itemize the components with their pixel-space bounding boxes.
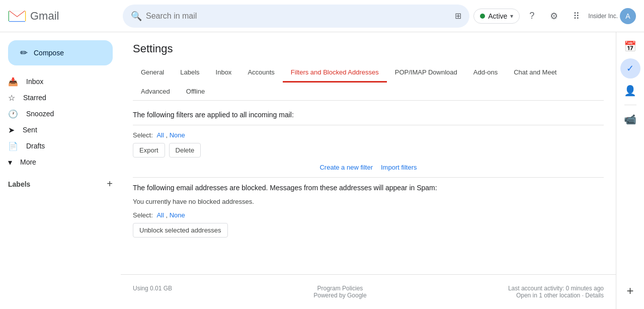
blocked-select-all-link[interactable]: All (156, 211, 164, 219)
sidebar-item-snoozed[interactable]: 🕐 Snoozed (0, 106, 121, 122)
delete-button[interactable]: Delete (169, 143, 201, 158)
footer-right: Last account activity: 0 minutes ago Ope… (508, 285, 604, 299)
active-dot (480, 14, 485, 19)
right-sidebar-tasks[interactable]: ✓ (620, 58, 640, 79)
tab-filters[interactable]: Filters and Blocked Addresses (283, 63, 387, 83)
blocked-select-none-link[interactable]: None (170, 211, 185, 219)
search-input[interactable] (146, 12, 455, 21)
tab-offline[interactable]: Offline (178, 83, 213, 100)
sidebar-item-drafts[interactable]: 📄 Drafts (0, 138, 121, 154)
help-icon: ? (529, 11, 534, 21)
right-sidebar-meet[interactable]: 📹 (620, 109, 640, 129)
inbox-icon: 📥 (8, 77, 18, 87)
search-filter-icon[interactable]: ⊞ (455, 11, 461, 21)
left-sidebar: ✏ Compose 📥 Inbox ☆ Starred 🕐 Snoozed ➤ … (0, 0, 121, 309)
add-icon: + (626, 284, 633, 298)
settings-tabs: General Labels Inbox Accounts Filters an… (133, 63, 604, 101)
chevron-down-icon: ▾ (510, 13, 513, 20)
calendar-icon: 📅 (624, 40, 636, 52)
export-button[interactable]: Export (133, 143, 165, 158)
star-icon: ☆ (8, 93, 15, 103)
main-content: Settings General Labels Inbox Accounts F… (121, 32, 616, 309)
help-button[interactable]: ? (522, 6, 542, 26)
drafts-icon: 📄 (8, 141, 18, 151)
active-label: Active (488, 12, 507, 20)
open-other-link[interactable]: Open in 1 other location (516, 292, 580, 299)
right-sidebar-add[interactable]: + (620, 281, 640, 301)
avatar[interactable]: A (620, 8, 636, 24)
gmail-wordmark: Gmail (30, 10, 59, 23)
section-divider (133, 177, 604, 178)
labels-add-icon[interactable]: + (107, 178, 113, 190)
blocked-select-row: Select: All , None (133, 211, 604, 219)
settings-button[interactable]: ⚙ (544, 6, 564, 26)
sidebar-item-more[interactable]: ▾ More (0, 154, 121, 170)
search-icon: 🔍 (131, 11, 142, 22)
sidebar-item-starred[interactable]: ☆ Starred (0, 90, 121, 106)
import-filters-link[interactable]: Import filters (381, 164, 417, 171)
settings-title: Settings (133, 42, 604, 55)
right-sidebar-calendar[interactable]: 📅 (620, 36, 640, 56)
last-activity: Last account activity: 0 minutes ago (508, 285, 604, 292)
filters-divider-top (133, 125, 604, 125)
sidebar-item-sent[interactable]: ➤ Sent (0, 122, 121, 138)
tab-inbox[interactable]: Inbox (208, 63, 240, 83)
tab-addons[interactable]: Add-ons (465, 63, 506, 83)
labels-title: Labels (8, 180, 30, 188)
active-status-badge[interactable]: Active ▾ (473, 9, 520, 24)
filter-action-links: Create a new filter Import filters (133, 164, 604, 171)
tab-labels[interactable]: Labels (172, 63, 207, 83)
tab-advanced[interactable]: Advanced (133, 83, 178, 100)
tab-general[interactable]: General (133, 63, 172, 83)
sent-icon: ➤ (8, 125, 15, 135)
right-sidebar: 📅 ✓ 👤 📹 + (616, 32, 644, 309)
blocked-select-label: Select: (133, 211, 153, 219)
clock-icon: 🕐 (8, 109, 18, 119)
tab-popimap[interactable]: POP/IMAP Download (387, 63, 465, 83)
meet-icon: 📹 (624, 113, 636, 125)
filters-buttons-row: Export Delete (133, 143, 604, 158)
blocked-section-title: The following email addresses are blocke… (133, 184, 604, 192)
select-none-link[interactable]: None (170, 131, 185, 139)
pencil-icon: ✏ (20, 47, 28, 58)
apps-button[interactable]: ⠿ (566, 6, 586, 26)
details-link[interactable]: Details (585, 292, 604, 299)
right-sidebar-divider (624, 105, 636, 105)
contacts-icon: 👤 (624, 85, 636, 97)
select-label: Select: (133, 131, 153, 139)
right-sidebar-contacts[interactable]: 👤 (620, 81, 640, 101)
chevron-down-more-icon: ▾ (8, 158, 12, 167)
labels-header: Labels + (0, 174, 121, 192)
filters-section: The following filters are applied to all… (133, 101, 604, 238)
blocked-section: The following email addresses are blocke… (133, 184, 604, 238)
footer: Using 0.01 GB Program Policies Powered b… (121, 274, 616, 309)
apps-grid-icon: ⠿ (573, 11, 580, 22)
unblock-button[interactable]: Unblock selected addresses (133, 223, 228, 238)
gmail-m-icon (8, 9, 26, 23)
powered-by: Powered by Google (313, 292, 366, 299)
compose-button[interactable]: ✏ Compose (8, 40, 113, 65)
settings-icon: ⚙ (550, 11, 558, 22)
gmail-logo: Gmail (8, 9, 119, 23)
create-filter-link[interactable]: Create a new filter (319, 164, 373, 171)
tab-chat[interactable]: Chat and Meet (506, 63, 565, 83)
tab-accounts[interactable]: Accounts (239, 63, 282, 83)
footer-center: Program Policies Powered by Google (313, 285, 366, 299)
company-name: Insider Inc. (588, 13, 618, 20)
filters-section-title: The following filters are applied to all… (133, 111, 604, 119)
search-bar: 🔍 ⊞ (123, 5, 469, 28)
tasks-icon: ✓ (626, 63, 634, 74)
footer-storage: Using 0.01 GB (133, 285, 172, 292)
filters-select-row: Select: All , None (133, 131, 604, 139)
program-policies-link[interactable]: Program Policies (317, 285, 363, 292)
no-blocked-message: You currently have no blocked addresses. (133, 198, 604, 205)
sidebar-item-inbox[interactable]: 📥 Inbox (0, 73, 121, 90)
select-all-link[interactable]: All (156, 131, 164, 139)
topbar-right: Active ▾ ? ⚙ ⠿ Insider Inc. A (473, 6, 636, 26)
